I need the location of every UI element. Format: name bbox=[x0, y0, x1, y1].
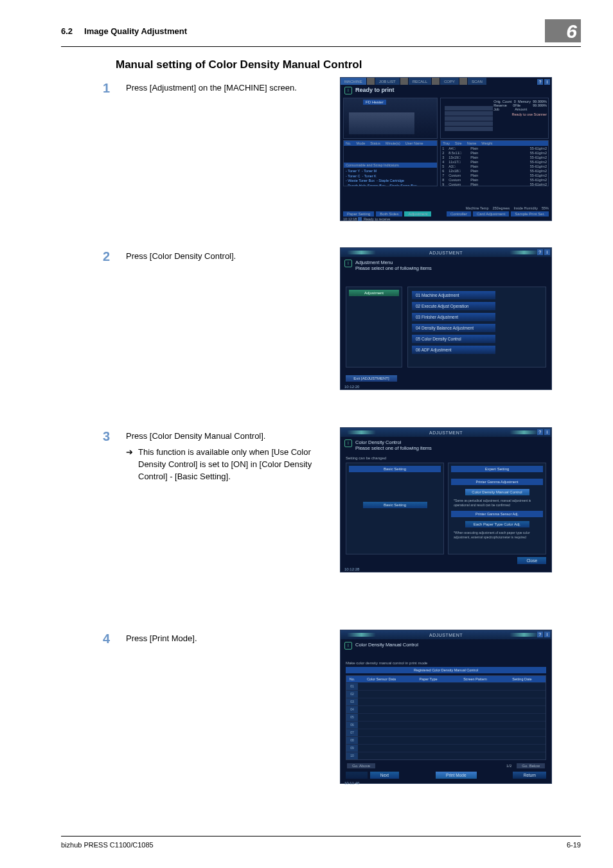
setting-note: Setting can be changed bbox=[341, 454, 551, 460]
step-text: Press [Adjustment] on the [MACHINE] scre… bbox=[126, 81, 324, 94]
color-density-control-screen: ADJUSTMENT ?i i Color Density Control Pl… bbox=[340, 427, 552, 572]
footer-page-number: 6-19 bbox=[567, 841, 581, 849]
each-paper-type-button[interactable]: Each Paper Type Color Adj. bbox=[465, 521, 529, 527]
info-panel: Orig. Count0Memory99.999% Reserve Job0Fi… bbox=[440, 98, 549, 139]
help-icon[interactable]: ? bbox=[537, 79, 543, 85]
table-row[interactable]: 04 bbox=[346, 705, 546, 713]
tab-copy[interactable]: COPY bbox=[440, 78, 459, 85]
machine-screen: MACHINE JOB LIST RECALL COPY SCAN ?i i R… bbox=[340, 77, 552, 221]
help-icon[interactable]: ? bbox=[537, 429, 543, 435]
table-row[interactable]: 01 bbox=[346, 682, 546, 690]
status-info-icon: i bbox=[344, 260, 352, 267]
heater-button[interactable]: FD Heater bbox=[363, 100, 386, 105]
printer-graphic bbox=[349, 112, 414, 134]
step-note: This function is available only when [Us… bbox=[138, 447, 324, 483]
table-row[interactable]: 03 bbox=[346, 698, 546, 705]
section-title: Image Quality Adjustment bbox=[84, 26, 187, 36]
controller-button[interactable]: Controller bbox=[447, 211, 471, 217]
footer-model: bizhub PRESS C1100/C1085 bbox=[61, 841, 154, 849]
both-sides-button[interactable]: Both Sides bbox=[376, 211, 402, 217]
adjustment-menu-list: 01 Machine Adjustment02 Execute Adjust O… bbox=[407, 287, 546, 368]
tab-scan[interactable]: SCAN bbox=[468, 78, 486, 85]
paper-setting-button[interactable]: Paper Setting bbox=[343, 211, 374, 217]
step-number: 4 bbox=[103, 632, 126, 645]
step-number: 2 bbox=[103, 249, 126, 263]
status-info-icon: i bbox=[344, 87, 352, 94]
return-button[interactable]: Return bbox=[513, 772, 546, 779]
adjustment-menu-item[interactable]: 06 ADF Adjustment bbox=[412, 346, 495, 354]
help-icon[interactable]: ? bbox=[537, 632, 543, 637]
table-row[interactable]: 07 bbox=[346, 729, 546, 736]
page-title: Manual setting of Color Density Manual C… bbox=[116, 58, 581, 71]
tab-machine[interactable]: MACHINE bbox=[341, 78, 366, 85]
manual-control-table-screen: ADJUSTMENT ?i i Color Density Manual Con… bbox=[340, 630, 552, 784]
step-text: Press [Print Mode]. bbox=[126, 632, 324, 645]
screen-title-bar: ADJUSTMENT ?i bbox=[341, 630, 551, 639]
close-button[interactable]: Close bbox=[517, 557, 546, 564]
table-row[interactable]: 02 bbox=[346, 690, 546, 698]
basic-setting-column: Basic Setting Basic Setting bbox=[346, 463, 444, 554]
table-title: Registered Color Density Manual Control bbox=[346, 667, 546, 673]
adjustment-side-button[interactable]: Adjustment bbox=[349, 290, 399, 296]
table-row[interactable]: 06 bbox=[346, 721, 546, 729]
table-row[interactable]: 09 bbox=[346, 744, 546, 752]
tab-bar: MACHINE JOB LIST RECALL COPY SCAN ?i bbox=[341, 78, 551, 85]
adjustment-menu-item[interactable]: 02 Execute Adjust Operation bbox=[412, 302, 495, 310]
help-icon[interactable]: ? bbox=[537, 249, 543, 255]
next-button[interactable]: Next bbox=[370, 772, 399, 779]
adjustment-menu-item[interactable]: 01 Machine Adjustment bbox=[412, 291, 495, 299]
table-row[interactable]: 08 bbox=[346, 736, 546, 744]
table-note: Make color density manual control in pri… bbox=[341, 652, 551, 667]
exit-adjustment-button[interactable]: Exit [ADJUSTMENT] bbox=[346, 375, 397, 382]
tab-spacer bbox=[459, 78, 467, 85]
color-density-manual-button[interactable]: Color Density Manual Control bbox=[465, 489, 529, 495]
sample-print-button[interactable]: Sample Print Set. bbox=[511, 211, 549, 217]
registered-table: No. Color Sensor Data Paper Type Screen … bbox=[346, 675, 546, 760]
table-row[interactable]: 05 bbox=[346, 713, 546, 721]
job-list: No. Mode Status Minute(s) User Name Cons… bbox=[343, 140, 438, 186]
ready-status: Ready to print bbox=[355, 87, 395, 93]
step-number: 3 bbox=[103, 429, 126, 443]
status-info-icon: i bbox=[344, 439, 352, 447]
adjustment-button[interactable]: Adjustment bbox=[404, 211, 431, 217]
tab-recall[interactable]: RECALL bbox=[409, 78, 431, 85]
timestamp: 10:11:40 bbox=[341, 781, 551, 786]
tab-spacer bbox=[367, 78, 375, 85]
adjustment-menu-item[interactable]: 03 Finisher Adjustment bbox=[412, 313, 495, 321]
basic-setting-button[interactable]: Basic Setting bbox=[363, 502, 427, 508]
expert-setting-column: Expert Setting Printer Gamma Adjustment … bbox=[448, 463, 546, 554]
screen-title-bar: ADJUSTMENT ?i bbox=[341, 428, 551, 437]
section-number: 6.2 bbox=[61, 26, 73, 36]
page-down-button[interactable]: Go. Below bbox=[517, 763, 545, 768]
table-row[interactable]: 10 bbox=[346, 752, 546, 759]
step-text: Press [Color Density Control]. bbox=[126, 249, 324, 263]
prev-button[interactable] bbox=[346, 772, 368, 779]
page-up-button[interactable]: Go. Above bbox=[347, 763, 375, 768]
status-info-icon: i bbox=[344, 642, 352, 650]
tray-list: Tray Size Name Weight 1A4□Plain55-61g/m2… bbox=[440, 140, 549, 186]
info-icon[interactable]: i bbox=[544, 632, 550, 637]
adjustment-menu-item[interactable]: 04 Density Balance Adjustment bbox=[412, 324, 495, 332]
arrow-icon: ➔ bbox=[126, 447, 133, 458]
step-4: 4 Press [Print Mode]. bbox=[103, 632, 324, 645]
timestamp: 10:12:28 bbox=[341, 567, 551, 572]
adjustment-menu-screen: ADJUSTMENT ?i i Adjustment Menu Please s… bbox=[340, 247, 552, 390]
card-adj-button[interactable]: Card Adjustment bbox=[473, 211, 509, 217]
chapter-badge: 6 bbox=[545, 19, 581, 42]
step-number: 1 bbox=[103, 81, 126, 94]
step-3: 3 Press [Color Density Manual Control]. … bbox=[103, 429, 324, 483]
tab-spacer bbox=[432, 78, 440, 85]
tab-joblist[interactable]: JOB LIST bbox=[375, 78, 400, 85]
info-icon[interactable]: i bbox=[544, 249, 550, 255]
step-1: 1 Press [Adjustment] on the [MACHINE] sc… bbox=[103, 81, 324, 94]
info-icon[interactable]: i bbox=[544, 429, 550, 435]
printer-preview: FD Heater bbox=[343, 98, 438, 139]
print-mode-button[interactable]: Print Mode bbox=[436, 772, 476, 779]
step-2: 2 Press [Color Density Control]. bbox=[103, 249, 324, 263]
timestamp: 10:12:20 bbox=[341, 384, 551, 389]
tab-spacer bbox=[400, 78, 408, 85]
adjustment-menu-item[interactable]: 05 Color Density Control bbox=[412, 335, 495, 343]
status-dot-icon bbox=[358, 217, 362, 221]
step-text: Press [Color Density Manual Control]. bbox=[126, 430, 324, 443]
info-icon[interactable]: i bbox=[544, 79, 550, 85]
